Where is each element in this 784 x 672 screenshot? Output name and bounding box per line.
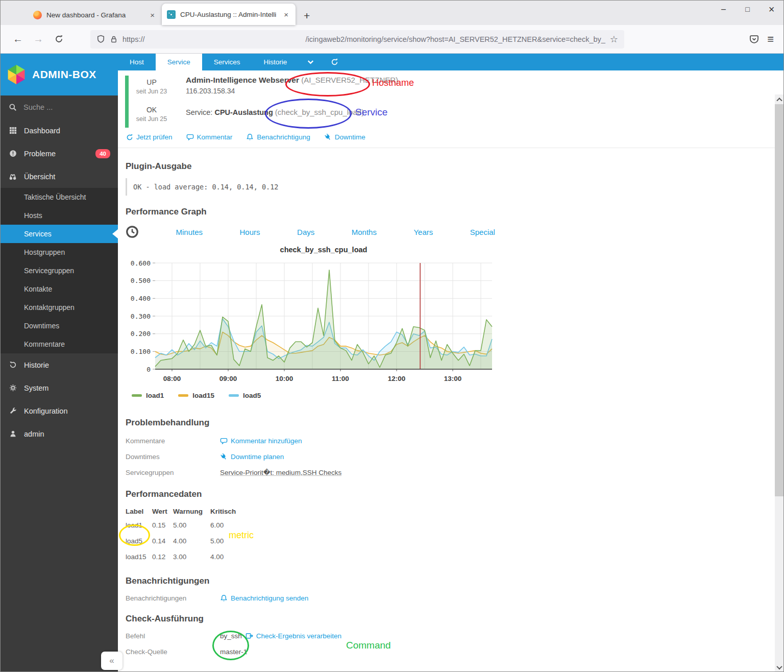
schedule-downtime-link[interactable]: Downtime planen bbox=[220, 453, 284, 461]
notification-link[interactable]: Benachrichtigung bbox=[246, 133, 310, 141]
perfdata-label: load5 bbox=[126, 533, 152, 549]
sidebar: ADMIN-BOX Dashboard Probleme 40 Übersich… bbox=[1, 54, 118, 671]
new-tab-button[interactable]: + bbox=[296, 10, 318, 25]
tab-close-icon[interactable]: × bbox=[148, 11, 157, 19]
pocket-icon[interactable] bbox=[749, 34, 759, 44]
sidebar-item-admin[interactable]: admin bbox=[1, 422, 118, 445]
shield-icon[interactable] bbox=[96, 35, 105, 43]
send-notification-link[interactable]: Benachrichtigung senden bbox=[220, 594, 308, 602]
minimize-button[interactable]: – bbox=[712, 1, 736, 18]
svg-text:13:00: 13:00 bbox=[444, 375, 462, 382]
clock-icon[interactable] bbox=[126, 225, 139, 238]
tab-grafana[interactable]: New dashboard - Grafana × bbox=[28, 5, 162, 25]
sidebar-item-probleme[interactable]: Probleme 40 bbox=[1, 142, 118, 165]
sidebar-item-hosts[interactable]: Hosts bbox=[1, 206, 118, 225]
sidebar-item-kontaktgruppen[interactable]: Kontaktgruppen bbox=[1, 298, 118, 317]
maximize-button[interactable]: □ bbox=[736, 1, 760, 18]
tab-services[interactable]: Services bbox=[202, 54, 252, 70]
service-title-line: Service: CPU-Auslastung (check_by_ssh_cp… bbox=[175, 101, 364, 128]
range-special[interactable]: Special bbox=[470, 228, 495, 236]
toolbar-icons: ≡ bbox=[749, 33, 776, 46]
bookmark-star-icon[interactable]: ☆ bbox=[610, 34, 618, 45]
sidebar-brand[interactable]: ADMIN-BOX bbox=[1, 54, 118, 95]
url-scheme: https:// bbox=[122, 35, 145, 43]
plugin-output-title: Plugin-Ausgabe bbox=[126, 161, 783, 172]
service-header: UP seit Jun 23 Admin-Intelligence Webser… bbox=[118, 70, 783, 148]
browser-toolbar: ← → https:// /icingaweb2/monitoring/serv… bbox=[1, 25, 783, 54]
host-title: Admin-Intelligence Webserver (AI_SERVER5… bbox=[186, 76, 398, 85]
sidebar-item-label: admin bbox=[24, 430, 44, 438]
svg-text:0.300: 0.300 bbox=[131, 313, 151, 320]
load15-swatch bbox=[178, 394, 188, 397]
sidebar-search[interactable] bbox=[1, 95, 118, 119]
window-controls: – □ × bbox=[712, 1, 783, 18]
process-checkresult-link[interactable]: Check-Ergebnis verarbeiten bbox=[246, 632, 341, 640]
back-button[interactable]: ← bbox=[8, 30, 28, 49]
comment-link[interactable]: Kommentar bbox=[186, 133, 233, 141]
service-detail-content: Plugin-Ausgabe OK - load average: 0.14, … bbox=[118, 161, 783, 656]
range-days[interactable]: Days bbox=[297, 228, 314, 236]
downtime-link[interactable]: Downtime bbox=[324, 133, 365, 141]
adminbox-logo-icon bbox=[6, 64, 27, 85]
service-status-row[interactable]: OK seit Jun 25 Service: CPU-Auslastung (… bbox=[125, 101, 783, 128]
sidebar-item-historie[interactable]: Historie bbox=[1, 353, 118, 376]
range-months[interactable]: Months bbox=[352, 228, 377, 236]
sidebar-collapse-button[interactable]: « bbox=[101, 652, 122, 670]
performance-chart: 00.1000.2000.3000.4000.5000.60008:0009:0… bbox=[126, 258, 495, 387]
menu-hamburger-icon[interactable]: ≡ bbox=[767, 33, 774, 46]
vertical-scrollbar[interactable] bbox=[775, 94, 783, 671]
sidebar-item-system[interactable]: System bbox=[1, 376, 118, 399]
sidebar-item-kommentare[interactable]: Kommentare bbox=[1, 335, 118, 353]
host-state-bar bbox=[125, 76, 129, 101]
chart-legend: load1 load15 load5 bbox=[126, 392, 783, 399]
legend-load15: load15 bbox=[178, 392, 214, 399]
svg-text:0.200: 0.200 bbox=[131, 330, 151, 338]
search-input[interactable] bbox=[23, 103, 100, 111]
range-hours[interactable]: Hours bbox=[240, 228, 260, 236]
table-row: load1 0.15 5.00 6.00 bbox=[126, 517, 272, 533]
sidebar-item-taktische-uebersicht[interactable]: Taktische Übersicht bbox=[1, 188, 118, 206]
range-minutes[interactable]: Minutes bbox=[176, 228, 203, 236]
sidebar-item-servicegruppen[interactable]: Servicegruppen bbox=[1, 261, 118, 280]
forward-button[interactable]: → bbox=[28, 30, 48, 49]
sidebar-item-konfiguration[interactable]: Konfiguration bbox=[1, 399, 118, 422]
scrollbar-thumb[interactable] bbox=[775, 104, 783, 496]
url-bar[interactable]: https:// /icingaweb2/monitoring/service/… bbox=[90, 30, 624, 49]
svg-text:12:00: 12:00 bbox=[388, 375, 406, 382]
tab-host[interactable]: Host bbox=[118, 54, 156, 70]
sidebar-item-hostgruppen[interactable]: Hostgruppen bbox=[1, 243, 118, 261]
table-row: load15 0.12 3.00 4.00 bbox=[126, 549, 272, 565]
command-row: Befehl by_ssh Check-Ergebnis verarbeiten bbox=[126, 631, 783, 640]
svg-text:0.600: 0.600 bbox=[131, 259, 151, 267]
scroll-up-arrow[interactable] bbox=[775, 94, 783, 103]
tab-title: CPU-Auslastung :: Admin-Intelli bbox=[180, 11, 277, 18]
tab-historie[interactable]: Historie bbox=[252, 54, 299, 70]
close-button[interactable]: × bbox=[760, 1, 783, 18]
scroll-down-arrow[interactable] bbox=[775, 663, 783, 671]
plugin-output-text: OK - load average: 0.14, 0.14, 0.12 bbox=[126, 178, 498, 196]
problem-count-badge: 40 bbox=[95, 149, 110, 158]
gear-icon bbox=[8, 384, 17, 392]
sidebar-item-downtimes[interactable]: Downtimes bbox=[1, 317, 118, 335]
sidebar-item-dashboard[interactable]: Dashboard bbox=[1, 119, 118, 142]
svg-text:11:00: 11:00 bbox=[332, 375, 349, 382]
sidebar-item-kontakte[interactable]: Kontakte bbox=[1, 280, 118, 298]
add-comment-link[interactable]: Kommentar hinzufügen bbox=[220, 437, 302, 445]
auto-refresh-icon[interactable] bbox=[323, 54, 347, 70]
tab-cpu-auslastung[interactable]: CPU-Auslastung :: Admin-Intelli × bbox=[162, 4, 296, 25]
reload-button[interactable] bbox=[48, 30, 69, 49]
tab-close-icon[interactable]: × bbox=[282, 10, 290, 19]
servicegroup-link-priority[interactable]: Service-Priorit�t: medium bbox=[220, 468, 301, 476]
range-years[interactable]: Years bbox=[413, 228, 433, 236]
tab-service[interactable]: Service bbox=[156, 54, 202, 70]
check-source-value: master-1 bbox=[220, 648, 247, 656]
wrench-icon bbox=[8, 407, 17, 415]
servicegroup-link-ssh[interactable]: SSH Checks bbox=[303, 469, 342, 476]
sidebar-item-services[interactable]: Services bbox=[1, 225, 118, 243]
sidebar-item-uebersicht[interactable]: Übersicht bbox=[1, 165, 118, 188]
chevron-down-icon[interactable] bbox=[299, 54, 323, 70]
svg-text:0.500: 0.500 bbox=[131, 277, 151, 284]
host-status-row[interactable]: UP seit Jun 23 Admin-Intelligence Webser… bbox=[125, 76, 783, 101]
service-id: (check_by_ssh_cpu_load) bbox=[275, 108, 364, 116]
check-now-link[interactable]: Jetzt prüfen bbox=[126, 133, 173, 141]
